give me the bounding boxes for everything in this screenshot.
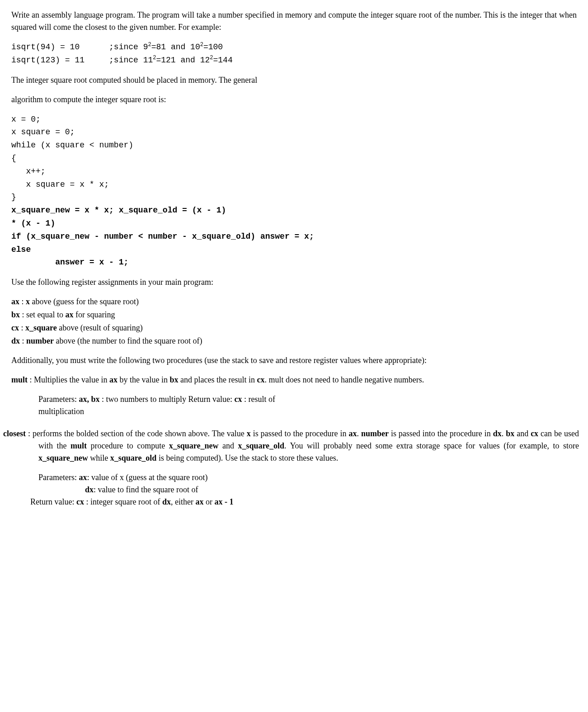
reg-cx-rest: above (result of squaring) <box>57 323 143 332</box>
closest-params-dx: dx <box>85 485 94 494</box>
paragraph-2: The integer square root computed should … <box>11 74 577 86</box>
mult-bx: bx <box>169 375 178 384</box>
closest-return-text2: : integer square root of <box>84 497 162 506</box>
reg-ax-bold: ax <box>11 297 19 306</box>
example1-mid: =81 and 10 <box>151 42 200 52</box>
reg-bx-sep: : set equal to <box>20 310 65 319</box>
algorithm-code-block: x = 0; x square = 0; while (x square < n… <box>11 113 577 269</box>
mult-params-text2: : two numbers to multiply Return value: <box>99 395 234 404</box>
closest-return-dx: dx <box>162 497 171 506</box>
reg-dx-rest: above (the number to find the square roo… <box>54 336 202 345</box>
mult-block: mult : Multiplies the value in ax by the… <box>11 374 577 386</box>
mult-params: Parameters: ax, bx : two numbers to mult… <box>11 393 319 418</box>
mult-params-cx: cx <box>234 395 242 404</box>
closest-xso: x_square_old <box>238 441 284 450</box>
reg-bx-bold: bx <box>11 310 20 319</box>
reg-ax-sep: : <box>19 297 26 306</box>
register-list: ax : x above (guess for the square root)… <box>11 296 577 347</box>
closest-text10: . You will probably need some extra stor… <box>284 441 579 450</box>
mult-cx: cx <box>257 375 264 384</box>
reg-dx-line: dx : number above (the number to find th… <box>11 335 577 347</box>
closest-return-cx: cx <box>76 497 84 506</box>
example2-end: =144 <box>213 56 233 65</box>
reg-cx-bold: cx <box>11 323 19 332</box>
closest-text5: . <box>502 429 506 438</box>
paragraph-4: Use the following register assignments i… <box>11 276 577 288</box>
closest-text2: is passed to the procedure in <box>251 429 349 438</box>
reg-ax-line: ax : x above (guess for the square root) <box>11 296 577 308</box>
sup-2: 2 <box>148 42 151 48</box>
example1-left: isqrt(94) = 10 <box>11 42 80 52</box>
reg-ax-rest: above (guess for the square root) <box>30 297 139 306</box>
closest-text3: . <box>357 429 361 438</box>
reg-cx-line: cx : x_square above (result of squaring) <box>11 322 577 334</box>
closest-x: x <box>247 429 251 438</box>
mult-text2: by the value in <box>118 375 169 384</box>
closest-return-ax2: ax - 1 <box>214 497 233 506</box>
mult-procedure: mult : Multiplies the value in ax by the… <box>11 374 577 418</box>
closest-mult: mult <box>71 441 87 450</box>
mult-text1: : Multiplies the value in <box>28 375 109 384</box>
closest-cx: cx <box>531 429 538 438</box>
closest-params-label: Parameters: <box>38 473 79 482</box>
sup-2b: 2 <box>200 42 203 48</box>
algo-bold-2: * (x - 1) <box>11 219 55 228</box>
reg-dx-bold2: number <box>26 336 54 345</box>
reg-dx-bold: dx <box>11 336 20 345</box>
sup-2d: 2 <box>210 55 213 61</box>
algo-plain: x = 0; x square = 0; while (x square < n… <box>11 115 133 202</box>
closest-xsn: x_square_new <box>169 441 219 450</box>
example2-comment: ;since 11 <box>109 56 153 65</box>
closest-params-text3: : value to find the square root of <box>94 485 198 494</box>
mult-ax: ax <box>109 375 118 384</box>
closest-text8: procedure to compute <box>87 441 169 450</box>
closest-text12: is being computed). Use the stack to sto… <box>156 453 338 462</box>
algo-bold-3: if (x_square_new - number < number - x_s… <box>11 232 314 241</box>
example2-mid: =121 and 12 <box>156 56 210 65</box>
closest-params-text2: : value of x (guess at the square root) <box>87 473 207 482</box>
reg-bx-bold2: ax <box>66 310 74 319</box>
reg-ax-bold2: x <box>26 297 30 306</box>
closest-dx: dx <box>493 429 502 438</box>
closest-text4: is passed into the procedure in <box>389 429 493 438</box>
example2-left: isqrt(123) = 11 <box>11 56 85 65</box>
reg-bx-rest: for squaring <box>74 310 115 319</box>
closest-bx: bx <box>506 429 514 438</box>
closest-params: Parameters: ax: value of x (guess at the… <box>3 472 579 508</box>
mult-params-label: Parameters: <box>38 395 79 404</box>
closest-return-line: Return value: cx : integer square root o… <box>30 496 579 508</box>
closest-text1: : performs the bolded section of the cod… <box>26 429 247 438</box>
mult-params-axbx: ax, bx <box>79 395 99 404</box>
closest-params-ax: ax <box>79 473 87 482</box>
closest-xsn2: x_square_new <box>38 453 88 462</box>
closest-procedure: closest : performs the bolded section of… <box>3 428 579 508</box>
mult-text4: . mult does not need to handle negative … <box>264 375 424 384</box>
example1-end: =100 <box>203 42 223 52</box>
closest-text6: and <box>514 429 531 438</box>
paragraph-3: algorithm to compute the integer square … <box>11 94 577 106</box>
algo-bold-4: else <box>11 245 31 254</box>
closest-block: closest : performs the bolded section of… <box>3 428 579 464</box>
reg-dx-sep: : <box>20 336 26 345</box>
reg-bx-line: bx : set equal to ax for squaring <box>11 309 577 321</box>
closest-label: closest <box>3 429 26 438</box>
closest-return-text3: , either <box>171 497 195 506</box>
closest-params-line1: Parameters: ax: value of x (guess at the… <box>38 472 579 484</box>
intro-paragraph: Write an assembly language program. The … <box>11 9 577 33</box>
reg-cx-bold2: x_square <box>25 323 57 332</box>
closest-xso2: x_square_old <box>110 453 157 462</box>
algo-bold-5: answer = x - 1; <box>11 258 128 267</box>
reg-cx-sep: : <box>19 323 25 332</box>
closest-ax: ax <box>348 429 357 438</box>
closest-return-label: Return value: <box>30 497 76 506</box>
closest-return-text4: or <box>203 497 214 506</box>
mult-label: mult <box>11 375 28 384</box>
closest-number: number <box>361 429 389 438</box>
closest-return-ax: ax <box>195 497 203 506</box>
paragraph-5: Additionally, you must write the followi… <box>11 354 577 367</box>
mult-text3: and places the result in <box>178 375 257 384</box>
example-code-block: isqrt(94) = 10 ;since 92=81 and 102=100 … <box>11 41 577 67</box>
closest-text11: while <box>88 453 110 462</box>
algo-bold-1: x_square_new = x * x; x_square_old = (x … <box>11 206 226 215</box>
closest-text9: and <box>218 441 238 450</box>
